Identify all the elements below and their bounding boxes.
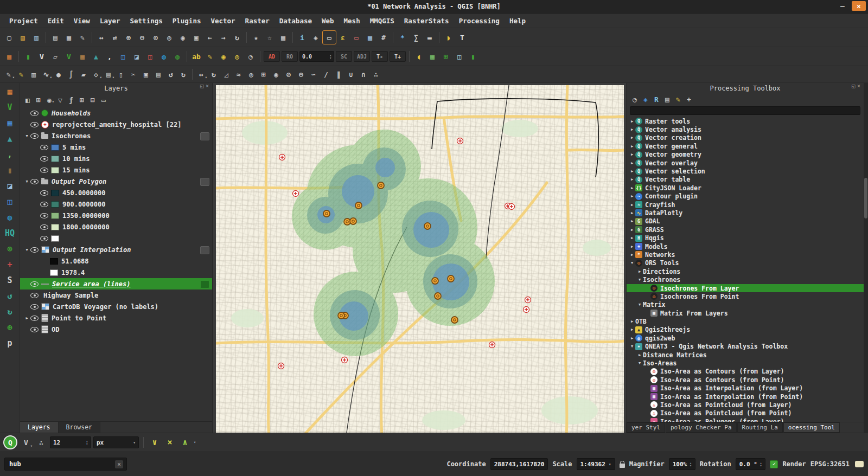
tool-plugin-color-palette[interactable]: ▦ (426, 50, 439, 63)
expand-arrow[interactable]: ▶ (23, 316, 30, 320)
tool-delete-ring[interactable]: ⊘ (283, 68, 295, 80)
locator-search-box[interactable]: × (4, 458, 127, 471)
toolbox-item-vector-analysis[interactable]: ▶QVector analysis (627, 125, 864, 133)
toolbox-item-iso-area-as-contours-from-layer[interactable]: ◎Iso-Area as Contours (from Layer) (627, 368, 864, 376)
layer-row-od[interactable]: OD (20, 324, 212, 335)
visibility-eye-icon[interactable] (30, 247, 39, 253)
float-panel-icon[interactable]: ◱ (852, 83, 855, 89)
spin-down-icon[interactable]: ▾ (690, 464, 692, 467)
node-tool-close[interactable]: ∧ (178, 436, 192, 449)
tool-add-spatialite-layer[interactable]: ◪ (3, 179, 17, 194)
toolbox-item-grass[interactable]: ▶GGRASS (627, 226, 864, 234)
tool-add-line-feature[interactable]: ∫ (65, 68, 77, 80)
close-panel-icon[interactable]: × (206, 83, 209, 89)
tool-add-mesh-layer[interactable]: ▲ (3, 132, 17, 146)
toolbox-item-vector-creation[interactable]: ▶QVector creation (627, 134, 864, 142)
tool-add-part[interactable]: ⊞ (258, 68, 270, 80)
tool-add-spatialite-layer[interactable]: ◪ (130, 50, 143, 63)
tool-collapse-all[interactable]: ⊟ (88, 95, 98, 105)
hub-marker[interactable] (355, 202, 362, 209)
crs-status[interactable]: EPSG:32651 (810, 460, 850, 468)
toolbox-item-vector-geometry[interactable]: ▶QVector geometry (627, 151, 864, 159)
spin-down-icon[interactable]: ▾ (86, 442, 88, 445)
expand-arrow[interactable]: ▶ (636, 269, 643, 274)
visibility-eye-icon[interactable] (30, 122, 39, 127)
tool-map-tips[interactable]: ◗ (442, 31, 455, 44)
layer-row-class-1350[interactable]: 1350.0000000 (20, 210, 212, 221)
tool-style-manager[interactable]: ✎ (76, 31, 89, 44)
tool-add-polygon-feature[interactable]: ▰ (78, 68, 90, 80)
tool-zoom-in[interactable]: ⊕ (122, 31, 135, 44)
tool-p-plugin[interactable]: p (3, 336, 17, 351)
spin-down-icon[interactable]: ▾ (760, 464, 762, 467)
tool-increase-label-size[interactable]: T+ (390, 51, 406, 62)
layer-row-output-polygon-group[interactable]: ▼Output Polygon (20, 176, 212, 187)
tool-delete-selected[interactable]: ▯ (115, 68, 127, 80)
toolbox-item-otb[interactable]: ▶OTB (627, 317, 864, 325)
toolbox-item-dataplotly[interactable]: ▶∿DataPlotly (627, 209, 864, 217)
toolbox-item-iso-area-as-contours-from-point[interactable]: ◎Iso-Area as Contours (from Point) (627, 376, 864, 384)
toolbox-item-models[interactable]: ▶◈Models (627, 242, 864, 250)
tool-reshape-features[interactable]: ∽ (308, 68, 320, 80)
menu-help[interactable]: Help (505, 17, 531, 25)
tool-digitizing-SC[interactable]: SC (336, 51, 352, 62)
hospital-marker[interactable] (525, 297, 531, 303)
expand-arrow[interactable]: ▼ (629, 261, 635, 265)
window-scrollbar[interactable] (864, 83, 868, 433)
tool-add-group[interactable]: ⊞ (34, 95, 43, 105)
spin-down-icon[interactable]: ▾ (329, 56, 331, 59)
tool-expand-all[interactable]: ⊞ (77, 95, 87, 105)
unit-dropdown[interactable]: px ▾ (93, 436, 139, 448)
tool-measure-line[interactable]: ▬ (423, 31, 436, 44)
tool-add-wms-layer[interactable]: ◍ (3, 210, 17, 225)
expand-arrow[interactable]: ▼ (23, 134, 30, 138)
visibility-eye-icon[interactable] (30, 316, 39, 321)
visibility-eye-icon[interactable] (40, 236, 48, 241)
menu-settings[interactable]: Settings (125, 17, 168, 25)
tool-zoom-last[interactable]: ← (203, 31, 216, 44)
tool-filter-by-expression[interactable]: ƒ (66, 95, 76, 105)
tool-split-parts[interactable]: ∥ (333, 68, 344, 80)
tool-letter-s-plugin[interactable]: S (3, 273, 17, 288)
tool-dot-pattern[interactable]: ∴ (35, 436, 48, 449)
scale-combo[interactable]: 1:49362 ▾ (577, 458, 615, 470)
tool-delete-part[interactable]: ⊖ (295, 68, 307, 80)
layer-row-class-empty[interactable] (20, 233, 212, 244)
tool-advanced-digitizing-AD[interactable]: AD (264, 51, 280, 62)
tool-split-features[interactable]: / (320, 68, 332, 80)
tool-paste-features[interactable]: ▤ (152, 68, 164, 80)
toolbox-item-vector-general[interactable]: ▶QVector general (627, 142, 864, 150)
tool-add-delimited-text-layer[interactable]: , (103, 50, 116, 63)
visibility-eye-icon[interactable] (30, 293, 39, 298)
size-spinbox[interactable]: 12 ▴ ▾ (50, 436, 91, 448)
tool-toolbox-models[interactable]: ◈ (641, 94, 650, 104)
tool-redo[interactable]: ↻ (177, 68, 189, 80)
magnifier-spinbox[interactable]: 100% ▴ ▾ (669, 458, 695, 470)
visibility-eye-icon[interactable] (40, 145, 48, 150)
spin-arrows[interactable]: ▴ ▾ (690, 461, 692, 467)
layer-row-households[interactable]: Households (20, 107, 212, 119)
hospital-marker[interactable] (278, 363, 284, 369)
tool-add-mesh-layer[interactable]: ▲ (90, 50, 103, 63)
tool-move-features[interactable]: ↔▾ (195, 68, 207, 80)
spin-arrows[interactable]: ▴ ▾ (760, 461, 762, 467)
expand-arrow[interactable]: ▶ (629, 136, 635, 140)
toolbox-item-isochrones[interactable]: ▼Isochrones (627, 275, 864, 284)
menu-plugins[interactable]: Plugins (168, 17, 206, 25)
menu-edit[interactable]: Edit (43, 17, 69, 25)
tool-digitizing-RO[interactable]: RO (282, 51, 298, 62)
tool-scale-features[interactable]: ◿ (220, 68, 232, 80)
tool-label-highlight[interactable]: ◎ (231, 50, 244, 63)
tool-add-ring[interactable]: ◎ (245, 68, 257, 80)
visibility-eye-icon[interactable] (40, 156, 48, 162)
expand-arrow[interactable]: ▶ (629, 169, 635, 173)
tool-georeferencer[interactable]: + (3, 258, 17, 272)
tool-hqgis-plugin[interactable]: HQ (3, 226, 17, 241)
toolbox-item-crayfish[interactable]: ▶≈Crayfish (627, 201, 864, 209)
expand-arrow[interactable]: ▶ (629, 336, 635, 340)
visibility-eye-icon[interactable] (30, 111, 39, 116)
toolbox-item-isochrones-from-layer[interactable]: ◎Isochrones From Layer (627, 284, 864, 292)
expand-arrow[interactable]: ▶ (636, 353, 643, 357)
hospital-marker[interactable] (342, 357, 348, 363)
toolbox-item-cityjson-loader[interactable]: ▶{}CityJSON Loader (627, 184, 864, 192)
